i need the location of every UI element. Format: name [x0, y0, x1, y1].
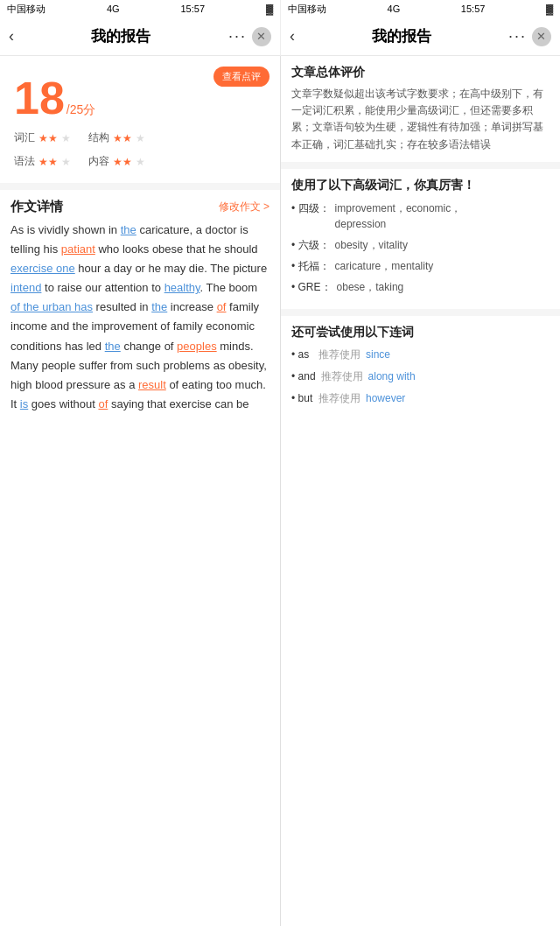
close-button-left[interactable]: ✕: [252, 27, 271, 46]
connector-and: • and 推荐使用 along with: [291, 369, 550, 384]
vocab-item-cet4: • 四级： improvement，economic，depression: [291, 200, 550, 232]
rating-grammar: 语法 ★★★: [14, 154, 71, 169]
right-panel: 文章总体评价 文章字数疑似超出该考试字数要求；在高中级别下，有一定词汇积累，能使…: [280, 56, 560, 926]
rating-content: 内容 ★★★: [88, 154, 145, 169]
connector-as: • as 推荐使用 since: [291, 347, 550, 362]
back-button-left[interactable]: ‹: [9, 27, 14, 46]
more-button-right[interactable]: ···: [508, 27, 527, 46]
network-left: 4G: [107, 4, 120, 14]
score-number: 18: [14, 75, 65, 121]
vocab-item-cet6: • 六级： obesity，vitality: [291, 237, 550, 253]
left-panel: 查看点评 18 /25分 词汇 ★★★ 结构 ★★★ 语法 ★★★: [0, 56, 280, 926]
overall-section: 文章总体评价 文章字数疑似超出该考试字数要求；在高中级别下，有一定词汇积累，能使…: [281, 56, 560, 169]
nav-title-left: 我的报告: [91, 26, 150, 46]
time-right: 15:57: [461, 4, 486, 14]
nav-bar-left: ‹ 我的报告 ··· ✕: [0, 18, 280, 56]
overall-text: 文章字数疑似超出该考试字数要求；在高中级别下，有一定词汇积累，能使用少量高级词汇…: [291, 86, 550, 153]
connector-section: 还可尝试使用以下连词 • as 推荐使用 since • and 推荐使用 al…: [281, 316, 560, 422]
vocab-section: 使用了以下高级词汇，你真厉害！ • 四级： improvement，econom…: [281, 169, 560, 316]
vocab-item-gre: • GRE： obese，taking: [291, 279, 550, 295]
connector-title: 还可尝试使用以下连词: [291, 325, 550, 340]
close-button-right[interactable]: ✕: [532, 27, 551, 46]
vocab-title: 使用了以下高级词汇，你真厉害！: [291, 178, 550, 193]
rating-structure: 结构 ★★★: [88, 130, 145, 145]
network-right: 4G: [388, 4, 401, 14]
overall-title: 文章总体评价: [291, 65, 550, 81]
nav-title-right: 我的报告: [372, 26, 431, 46]
score-ratings-2: 语法 ★★★ 内容 ★★★: [14, 154, 266, 169]
back-button-right[interactable]: ‹: [290, 27, 295, 46]
carrier-right: 中国移动: [288, 3, 326, 16]
rating-vocab: 词汇 ★★★: [14, 130, 71, 145]
more-button-left[interactable]: ···: [228, 27, 247, 46]
battery-left: ▓: [266, 4, 273, 14]
nav-bar-right: ‹ 我的报告 ··· ✕: [280, 18, 560, 56]
essay-text-left: As is vividly shown in the caricature, a…: [0, 221, 280, 424]
connector-but: • but 推荐使用 however: [291, 391, 550, 406]
vocab-item-toefl: • 托福： caricature，mentality: [291, 258, 550, 274]
essay-section-title: 作文详情: [10, 199, 63, 215]
score-total: /25分: [66, 102, 95, 118]
essay-edit-link[interactable]: 修改作文 >: [219, 200, 270, 214]
time-left: 15:57: [181, 4, 206, 14]
carrier-left: 中国移动: [7, 3, 46, 16]
score-card: 查看点评 18 /25分 词汇 ★★★ 结构 ★★★ 语法 ★★★: [0, 56, 280, 190]
essay-section-header: 作文详情 修改作文 >: [0, 190, 280, 221]
status-bar-left: 中国移动 4G 15:57 ▓: [0, 0, 280, 18]
battery-right: ▓: [546, 4, 553, 14]
status-bar-right: 中国移动 4G 15:57 ▓: [280, 0, 560, 18]
review-button[interactable]: 查看点评: [214, 67, 270, 87]
score-ratings: 词汇 ★★★ 结构 ★★★: [14, 130, 266, 145]
